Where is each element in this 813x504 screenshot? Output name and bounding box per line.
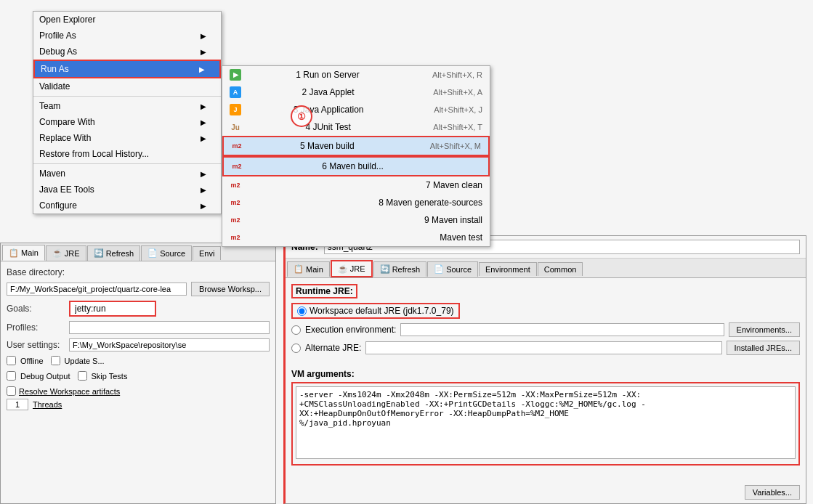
right-run-config-panel: Name: 📋 Main ☕ JRE 🔄 Refresh 📄 Source En…: [283, 235, 806, 504]
arrow-icon: ▶: [201, 186, 206, 194]
maven-icon: m2: [230, 214, 241, 226]
menu-restore-local[interactable]: Restore from Local History...: [33, 146, 221, 162]
arrow-icon: ▶: [201, 48, 206, 56]
threads-row: Threads: [7, 399, 270, 410]
runtime-jre-title: Runtime JRE:: [291, 284, 357, 298]
offline-checkbox[interactable]: [7, 356, 16, 365]
offline-checkbox-row: Offline: [7, 356, 44, 365]
resolve-workspace-checkbox[interactable]: [7, 386, 16, 396]
menu-separator: [33, 96, 221, 97]
context-menu: Open Explorer Profile As ▶ Debug As ▶ Ru…: [33, 11, 222, 214]
profiles-input[interactable]: [69, 321, 270, 334]
java-applet-icon: A: [230, 86, 241, 98]
threads-input[interactable]: [7, 399, 28, 410]
runas-maven-generate-sources[interactable]: m2 8 Maven generate-sources: [222, 194, 490, 211]
runas-maven-build[interactable]: m2 5 Maven build Alt+Shift+X, M: [222, 136, 490, 156]
right-tab-environment[interactable]: Environment: [479, 262, 537, 276]
left-tab-main[interactable]: 📋 Main: [2, 245, 45, 261]
runas-maven-install[interactable]: m2 9 Maven install: [222, 211, 490, 229]
jre-section: Runtime JRE: Workspace default JRE (jdk1…: [286, 278, 806, 365]
menu-open-explorer[interactable]: Open Explorer: [33, 12, 221, 28]
left-tab-env[interactable]: Envi: [193, 246, 221, 260]
right-tab-main[interactable]: 📋 Main: [287, 261, 330, 277]
update-checkbox-row: Update S...: [51, 356, 105, 365]
execution-environment-radio[interactable]: [291, 325, 301, 335]
menu-java-ee-tools[interactable]: Java EE Tools ▶: [33, 182, 221, 198]
right-tab-common[interactable]: Common: [538, 262, 583, 276]
environments-button[interactable]: Environments...: [729, 322, 800, 337]
maven-icon: m2: [231, 140, 243, 152]
base-directory-row: Base directory:: [7, 267, 270, 277]
maven-icon: m2: [230, 232, 241, 243]
left-tab-source[interactable]: 📄 Source: [141, 245, 192, 261]
vm-arguments-container: -server -Xms1024m -Xmx2048m -XX:PermSize…: [291, 382, 800, 466]
menu-profile-as[interactable]: Profile As ▶: [33, 28, 221, 44]
menu-validate[interactable]: Validate: [33, 78, 221, 94]
menu-team[interactable]: Team ▶: [33, 98, 221, 114]
base-directory-input[interactable]: [7, 283, 187, 296]
maven-icon: m2: [230, 179, 241, 191]
run-on-server-icon: ▶: [230, 69, 241, 81]
execution-environment-input[interactable]: [400, 323, 724, 336]
skip-tests-checkbox-row: Skip Tests: [78, 371, 128, 381]
menu-maven[interactable]: Maven ▶: [33, 166, 221, 182]
runas-run-on-server[interactable]: ▶ 1 Run on Server Alt+Shift+X, R: [222, 66, 490, 84]
arrow-icon: ▶: [199, 65, 205, 73]
installed-jres-button[interactable]: Installed JREs...: [727, 341, 800, 355]
resolve-workspace-row: Resolve Workspace artifacts: [7, 386, 270, 396]
workspace-default-jre-option[interactable]: Workspace default JRE (jdk1.7.0_79): [291, 303, 460, 319]
variables-button[interactable]: Variables...: [745, 485, 800, 500]
menu-separator: [33, 163, 221, 164]
left-run-config-panel: 📋 Main ☕ JRE 🔄 Refresh 📄 Source Envi Bas…: [0, 243, 276, 504]
jre-tab-icon: ☕: [338, 264, 348, 274]
runas-java-application[interactable]: J 3 Java Application Alt+Shift+X, J: [222, 101, 490, 118]
right-tab-refresh[interactable]: 🔄 Refresh: [373, 261, 427, 277]
menu-compare-with[interactable]: Compare With ▶: [33, 114, 221, 130]
user-settings-input[interactable]: [69, 338, 270, 351]
arrow-icon: ▶: [201, 134, 206, 142]
skip-tests-checkbox[interactable]: [78, 371, 87, 381]
browse-workspace-button[interactable]: Browse Worksp...: [191, 282, 270, 296]
debug-checkbox-row: Debug Output: [7, 371, 70, 381]
update-checkbox[interactable]: [51, 356, 60, 365]
menu-replace-with[interactable]: Replace With ▶: [33, 130, 221, 146]
alternate-jre-radio[interactable]: [291, 344, 301, 353]
menu-debug-as[interactable]: Debug As ▶: [33, 44, 221, 60]
menu-configure[interactable]: Configure ▶: [33, 198, 221, 214]
source-tab-icon: 📄: [434, 264, 444, 275]
maven-icon: m2: [231, 160, 243, 172]
runas-junit-test[interactable]: Ju 4 JUnit Test Alt+Shift+X, T: [222, 118, 490, 136]
jre-tab-icon: ☕: [52, 248, 62, 259]
refresh-tab-icon: 🔄: [94, 248, 104, 259]
right-tab-jre[interactable]: ☕ JRE: [331, 260, 373, 277]
runas-submenu: ▶ 1 Run on Server Alt+Shift+X, R A 2 Jav…: [222, 65, 490, 247]
main-tab-icon: 📋: [9, 248, 19, 258]
workspace-default-radio[interactable]: [297, 306, 307, 316]
runas-maven-clean[interactable]: m2 7 Maven clean: [222, 176, 490, 194]
left-tab-refresh[interactable]: 🔄 Refresh: [87, 245, 141, 261]
vm-arguments-textarea[interactable]: -server -Xms1024m -Xmx2048m -XX:PermSize…: [296, 386, 796, 459]
base-directory-input-row: Browse Worksp...: [7, 282, 270, 296]
debug-checkbox[interactable]: [7, 371, 16, 381]
goals-input[interactable]: [69, 301, 156, 317]
left-tab-jre[interactable]: ☕ JRE: [46, 245, 86, 261]
alternate-jre-input[interactable]: [365, 341, 721, 354]
arrow-icon: ▶: [201, 102, 206, 110]
right-tab-bar: 📋 Main ☕ JRE 🔄 Refresh 📄 Source Environm…: [286, 259, 806, 278]
arrow-icon: ▶: [201, 118, 206, 126]
profiles-row: Profiles:: [7, 321, 270, 334]
menu-run-as[interactable]: Run As ▶: [33, 60, 221, 78]
refresh-tab-icon: 🔄: [380, 264, 390, 275]
runas-maven-test[interactable]: m2 Maven test: [222, 229, 490, 246]
java-application-icon: J: [230, 104, 241, 115]
runas-java-applet[interactable]: A 2 Java Applet Alt+Shift+X, A: [222, 84, 490, 101]
vm-arguments-section: VM arguments: -server -Xms1024m -Xmx2048…: [286, 365, 806, 470]
runas-maven-build-ellipsis[interactable]: m2 6 Maven build...: [222, 156, 490, 176]
junit-icon: Ju: [230, 121, 241, 133]
source-tab-icon: 📄: [147, 248, 158, 259]
user-settings-row: User settings:: [7, 338, 270, 351]
goals-row: Goals:: [7, 301, 270, 317]
annotation-circle: ①: [291, 105, 312, 127]
left-panel-content: Base directory: Browse Worksp... Goals: …: [1, 261, 275, 416]
right-tab-source[interactable]: 📄 Source: [427, 261, 478, 277]
